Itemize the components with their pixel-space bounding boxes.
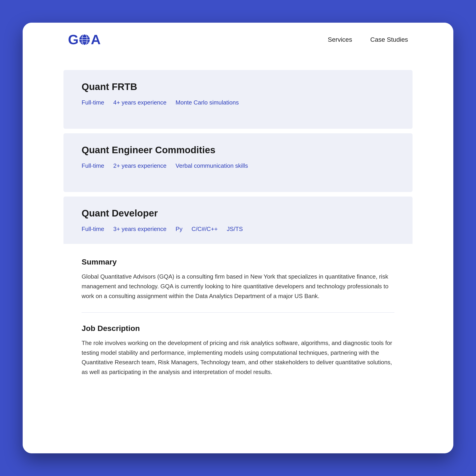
device-frame: G A Services Case Studies Qu <box>23 23 453 453</box>
job-title-quant-frtb: Quant FRTB <box>82 81 394 92</box>
main-content: Quant FRTB Full-time 4+ years experience… <box>23 56 453 453</box>
job-card-quant-frtb[interactable]: Quant FRTB Full-time 4+ years experience… <box>64 70 412 129</box>
job-tags-quant-engineer: Full-time 2+ years experience Verbal com… <box>82 162 394 181</box>
nav-link-case-studies[interactable]: Case Studies <box>370 36 408 43</box>
tag-experience-2: 2+ years experience <box>113 162 167 169</box>
job-card-quant-engineer[interactable]: Quant Engineer Commodities Full-time 2+ … <box>64 133 412 192</box>
tag-experience-1: 4+ years experience <box>113 99 167 106</box>
logo-g: G <box>68 32 78 47</box>
logo-text: G A <box>68 32 100 47</box>
job-details-quant-developer: Summary Global Quantitative Advisors (GQ… <box>64 244 412 402</box>
job-tags-quant-frtb: Full-time 4+ years experience Monte Carl… <box>82 99 394 118</box>
nav-link-services[interactable]: Services <box>328 36 352 43</box>
job-title-quant-developer: Quant Developer <box>82 208 394 219</box>
tag-experience-3: 3+ years experience <box>113 225 167 233</box>
nav-links: Services Case Studies <box>328 36 408 43</box>
job-tags-quant-developer: Full-time 3+ years experience Py C/C#/C+… <box>82 225 394 244</box>
tag-py: Py <box>176 225 183 233</box>
tag-skill-1: Monte Carlo simulations <box>176 99 239 106</box>
tag-fulltime-3: Full-time <box>82 225 104 233</box>
navbar: G A Services Case Studies <box>23 23 453 56</box>
job-description-text: The role involves working on the develop… <box>82 338 394 377</box>
section-divider <box>82 312 394 313</box>
tag-fulltime-1: Full-time <box>82 99 104 106</box>
summary-text: Global Quantitative Advisors (GQA) is a … <box>82 272 394 301</box>
logo-globe-icon <box>79 34 90 46</box>
job-title-quant-engineer: Quant Engineer Commodities <box>82 145 394 155</box>
job-card-quant-developer[interactable]: Quant Developer Full-time 3+ years exper… <box>64 197 412 402</box>
summary-title: Summary <box>82 257 394 266</box>
logo: G A <box>68 32 100 47</box>
tag-skill-2: Verbal communication skills <box>176 162 248 169</box>
job-description-title: Job Description <box>82 324 394 333</box>
tag-cpp: C/C#/C++ <box>191 225 218 233</box>
tag-fulltime-2: Full-time <box>82 162 104 169</box>
logo-a: A <box>91 32 100 47</box>
tag-jsts: JS/TS <box>227 225 243 233</box>
